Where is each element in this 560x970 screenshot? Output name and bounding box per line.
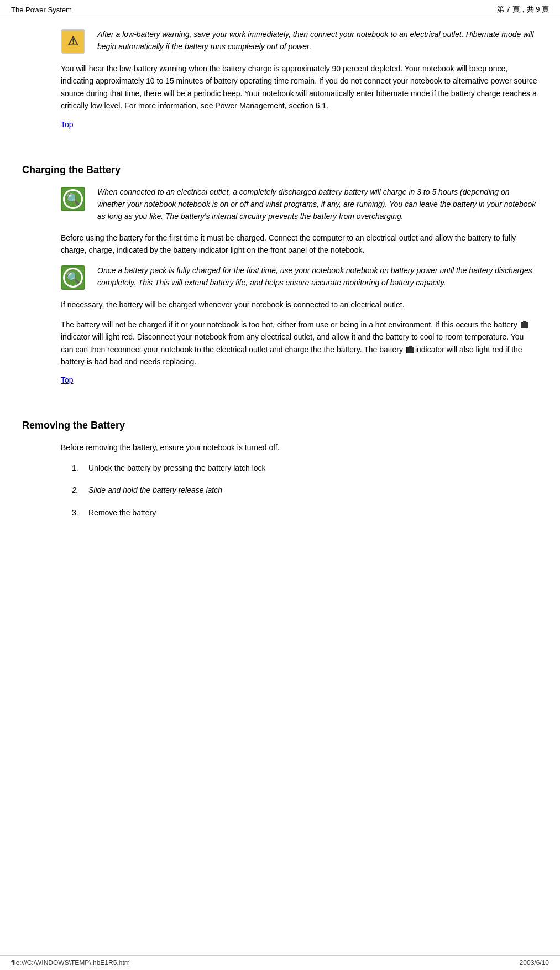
top-link-2[interactable]: Top (61, 376, 74, 384)
list-text-1: Unlock the battery by pressing the batte… (88, 462, 538, 474)
removing-heading: Removing the Battery (22, 420, 538, 431)
list-item: 1.Unlock the battery by pressing the bat… (72, 462, 538, 474)
warning-block: ⚠ After a low-battery warning, save your… (61, 28, 538, 54)
footer-filepath: file:///C:\WINDOWS\TEMP\.hbE1R5.htm (11, 959, 130, 967)
top-link-1[interactable]: Top (61, 120, 74, 129)
charging-note1-block: When connected to an electrical outlet, … (61, 186, 538, 223)
list-number-1: 1. (72, 462, 88, 474)
charging-paragraph3: The battery will not be charged if it or… (61, 319, 538, 368)
list-number-2: 2. (72, 484, 88, 496)
removing-intro-block: Before removing the battery, ensure your… (61, 441, 538, 453)
list-text-3: Remove the battery (88, 507, 538, 519)
warning-section: ⚠ After a low-battery warning, save your… (22, 28, 538, 140)
charging-note2-icon (61, 265, 85, 290)
page-header: The Power System 第 7 頁，共 9 頁 (0, 0, 560, 17)
list-text-2: Slide and hold the battery release latch (88, 484, 538, 496)
charging-section: Charging the Battery When connected to a… (22, 164, 538, 396)
charging-content: When connected to an electrical outlet, … (22, 186, 538, 396)
list-item: 2.Slide and hold the battery release lat… (72, 484, 538, 496)
removing-section: Removing the Battery Before removing the… (22, 420, 538, 519)
battery-indicator-1 (521, 322, 528, 328)
charging-note2-text: Once a battery pack is fully charged for… (97, 264, 538, 289)
charging-note2-icon-box (61, 265, 88, 290)
charging-heading: Charging the Battery (22, 164, 538, 176)
charging-paragraph1: Before using the battery for the first t… (61, 232, 538, 257)
page-footer: file:///C:\WINDOWS\TEMP\.hbE1R5.htm 2003… (0, 955, 560, 970)
warning-italic-text: After a low-battery warning, save your w… (97, 28, 538, 53)
charging-text1: Before using the battery for the first t… (61, 232, 538, 257)
page-number: 第 7 頁，共 9 頁 (497, 4, 549, 14)
warning-text1: You will hear the low-battery warning wh… (61, 62, 538, 112)
footer-date: 2003/6/10 (520, 959, 549, 967)
charging-paragraph2: If necessary, the battery will be charge… (61, 299, 538, 311)
removing-intro: Before removing the battery, ensure your… (61, 441, 538, 453)
charging-note1-text: When connected to an electrical outlet, … (97, 186, 538, 223)
top-link-container-2: Top (61, 376, 538, 395)
charging-text3: The battery will not be charged if it or… (61, 319, 538, 368)
removing-content: Before removing the battery, ensure your… (22, 441, 538, 519)
charging-note1-icon (61, 187, 85, 211)
list-number-3: 3. (72, 507, 88, 519)
charging-note1-icon-box (61, 187, 88, 211)
page-content: ⚠ After a low-battery warning, save your… (0, 17, 560, 545)
list-item: 3.Remove the battery (72, 507, 538, 519)
battery-indicator-2 (406, 347, 414, 353)
charging-note2-block: Once a battery pack is fully charged for… (61, 264, 538, 290)
warning-icon: ⚠ (61, 29, 85, 54)
top-link-container-1: Top (61, 120, 538, 140)
warning-icon-box: ⚠ (61, 29, 88, 54)
charging-text3-part1: The battery will not be charged if it or… (61, 320, 520, 329)
removing-steps-list: 1.Unlock the battery by pressing the bat… (61, 462, 538, 519)
document-title: The Power System (11, 6, 72, 14)
charging-text2: If necessary, the battery will be charge… (61, 299, 538, 311)
warning-paragraph1: You will hear the low-battery warning wh… (61, 62, 538, 112)
